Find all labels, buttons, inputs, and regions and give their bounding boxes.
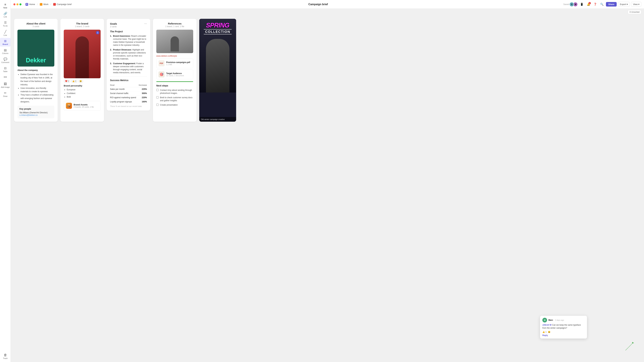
about-client-card: About the client 3 cards Dekker About th… <box>14 19 58 122</box>
sidebar-item-column[interactable]: ▤ Column <box>0 47 10 56</box>
reaction-heart[interactable]: ❤️ 2 <box>64 80 70 83</box>
references-card: References 1 board, 1 card, 1 file www.d… <box>153 19 196 122</box>
sidebar-label-column: Column <box>2 52 8 54</box>
next-step-3-text: Create presentation <box>160 103 178 106</box>
key-people-name: Sia Milano (Owner/Art Director): <box>20 111 52 114</box>
canvas-inner: About the client 3 cards Dekker About th… <box>11 15 644 125</box>
brand-assets-text: Brand Assets 2 boards, 18 cards, 1 file <box>74 103 94 108</box>
metrics-note: These % are based on our recent stats <box>110 105 147 107</box>
comment-reaction-smile[interactable]: 😄 <box>548 331 550 333</box>
sidebar-item-board[interactable]: ⊞ Board <box>0 38 10 46</box>
sidebar-label-todo: To-do <box>3 25 8 27</box>
more-icon: ••• <box>4 75 7 79</box>
reply-button[interactable]: Reply <box>542 334 585 337</box>
target-audience-info: Target Audience 12 cards, 1 document <box>166 72 184 77</box>
trait-european: European <box>67 88 100 92</box>
comment-reaction-thumbs[interactable]: 👍 1 <box>542 331 546 333</box>
sidebar-label-comment: Comment <box>1 61 10 63</box>
column-icon: ▤ <box>4 48 7 52</box>
unsorted-badge: 0 Unsorted <box>628 10 641 14</box>
comment-avatar: M <box>542 318 547 323</box>
sidebar-label-add-image: Add image <box>1 86 10 88</box>
checkbox-1[interactable] <box>156 89 159 91</box>
brand-assets-title: Brand Assets <box>74 103 94 106</box>
breadcrumb-current[interactable]: 🔴 Campaign brief <box>52 2 73 6</box>
export-chevron-icon: ▾ <box>627 3 628 5</box>
table-icon: ⊟ <box>4 66 6 70</box>
pdf-filename: Previoius-campaigns.pdf <box>166 61 190 63</box>
metrics-title: Success Metrics <box>110 79 147 82</box>
brand-card: The brand 1 board, 2 cards 1 ❤️ 2 👍 1 😄 … <box>60 19 104 122</box>
model-photo <box>156 30 193 53</box>
sidebar-label-board: Board <box>3 43 8 45</box>
goals-title: Goals <box>110 22 117 25</box>
sidebar-label-trash: Trash <box>3 357 8 359</box>
next-step-1: Contact Amy about sending through photos… <box>156 89 193 95</box>
reaction-smile[interactable]: 😄 <box>78 80 83 83</box>
sidebar-item-add-image[interactable]: 🖼 Add image <box>0 81 10 89</box>
comment-mention: @Brett W <box>542 324 552 326</box>
sidebar-item-trash[interactable]: 🗑 Trash <box>2 352 8 361</box>
view-button[interactable]: View ▾ <box>631 2 641 7</box>
topbar-left: M Home / 🟠 Work / 🔴 Campaign brief <box>14 2 73 6</box>
breadcrumb-home[interactable]: M Home <box>24 2 36 6</box>
goals-column: Goals — 2 cards The Project 1. Brand Awa… <box>107 19 150 122</box>
saved-status: Saved <box>563 3 569 5</box>
about-bullet-2: Uses innovative, eco-friendly materials … <box>20 86 54 93</box>
export-button[interactable]: Export ▾ <box>618 2 630 7</box>
comment-reactions: 👍 1 😄 <box>542 331 585 333</box>
sidebar: ≡ Note 🔗 Link ☰ To-do ╱ Line ⊞ Board ▤ C… <box>0 0 11 362</box>
goals-minimize-btn[interactable]: — <box>144 22 147 25</box>
breadcrumb-home-label: Home <box>29 3 35 5</box>
breadcrumb-work[interactable]: 🟠 Work <box>38 2 50 6</box>
sidebar-item-comment[interactable]: 💬 Comment <box>0 56 10 65</box>
pdf-icon: PDF <box>158 60 164 66</box>
brand-model-photo <box>64 30 100 78</box>
share-button[interactable]: Share <box>606 2 617 6</box>
spring-title: SPRING <box>199 22 236 28</box>
key-people-heading: Key people <box>20 108 52 110</box>
sidebar-item-link[interactable]: 🔗 Link <box>0 10 10 19</box>
breadcrumb-work-label: Work <box>44 3 48 5</box>
traffic-light-red[interactable] <box>14 3 16 5</box>
comment-bubble: M Marc 2 days ago @Brett W Can we keep t… <box>540 316 587 339</box>
refs-subtitle: 1 board, 1 card, 1 file <box>156 25 193 28</box>
sidebar-item-line[interactable]: ╱ Line <box>0 28 10 37</box>
pdf-file-item[interactable]: PDF Previoius-campaigns.pdf 1.1 MB <box>156 58 193 68</box>
sidebar-item-table[interactable]: ⊟ Table <box>0 65 10 74</box>
todo-icon: ☰ <box>4 21 7 24</box>
about-client-subtitle: 3 cards <box>18 25 54 28</box>
reaction-thumbs[interactable]: 👍 1 <box>71 80 78 83</box>
comment-icon: 💬 <box>4 57 7 61</box>
pdf-filesize: 1.1 MB <box>166 63 190 65</box>
about-bullet-1: Dekker Eyewear was founded in the bustli… <box>20 73 54 86</box>
sidebar-item-more[interactable]: ••• <box>0 74 10 81</box>
spring-collection-card: SPRING COLLECTION Old winter campaign cr… <box>199 19 236 122</box>
target-audience-item[interactable]: 🎯 Target Audience 12 cards, 1 document <box>156 69 193 79</box>
sidebar-item-draw[interactable]: ✏ Draw <box>0 90 10 98</box>
brand-assets-box[interactable]: 📦 Brand Assets 2 boards, 18 cards, 1 fil… <box>64 101 100 111</box>
refs-link[interactable]: www.dekker.co/lifestyle <box>156 55 193 57</box>
notification-badge-btn[interactable]: 🔔 0 <box>586 2 591 7</box>
checkbox-3[interactable] <box>156 104 159 106</box>
brand-subtitle: 1 board, 2 cards <box>64 25 100 28</box>
breadcrumb-current-label: Campaign brief <box>57 3 72 5</box>
refs-title: References <box>156 22 193 25</box>
sidebar-item-todo[interactable]: ☰ To-do <box>0 19 10 28</box>
comment-arrow <box>624 342 634 352</box>
avatar-1: S <box>569 2 574 7</box>
goals-header: Goals — <box>110 22 147 25</box>
help-icon-btn[interactable]: ❓ <box>592 2 598 7</box>
emoji-reactions: ❤️ 2 👍 1 😄 <box>64 80 100 83</box>
key-people-email[interactable]: s.milano@dekker.co <box>20 114 38 116</box>
traffic-light-yellow[interactable] <box>16 3 18 5</box>
sidebar-item-note[interactable]: ≡ Note <box>0 1 10 10</box>
metrics-col-goal: Goal <box>110 83 138 87</box>
device-icon-btn[interactable]: 📱 <box>579 2 584 7</box>
canvas-area[interactable]: About the client 3 cards Dekker About th… <box>11 15 644 362</box>
traffic-light-green[interactable] <box>20 3 22 5</box>
checkbox-2[interactable] <box>156 96 159 98</box>
search-icon-btn[interactable]: 🔍 <box>599 2 604 7</box>
comment-author-info: Marc 2 days ago <box>548 319 564 321</box>
target-audience-icon: 🎯 <box>158 71 164 77</box>
